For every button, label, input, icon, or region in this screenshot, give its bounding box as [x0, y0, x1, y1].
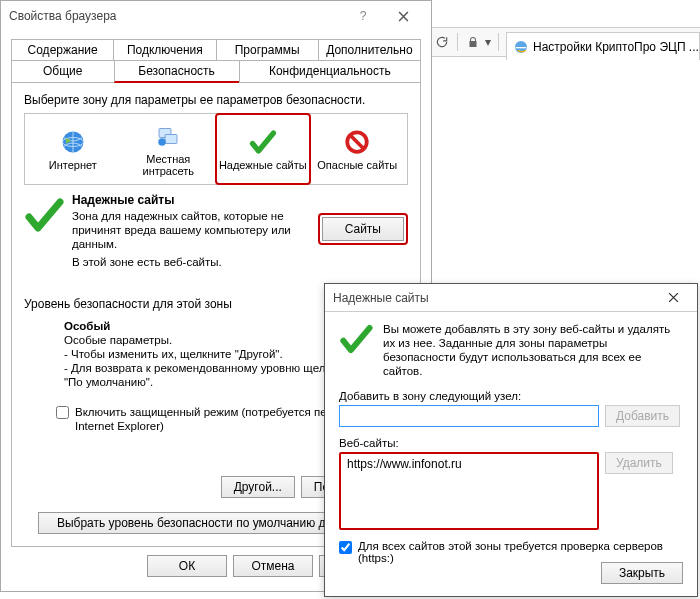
zone-label: Интернет — [49, 159, 97, 171]
zone-internet[interactable]: Интернет — [25, 114, 121, 184]
custom-level-button[interactable]: Другой... — [221, 476, 295, 498]
lock-icon — [465, 34, 481, 50]
check-icon — [24, 195, 64, 235]
refresh-icon[interactable] — [434, 34, 450, 50]
globe-icon — [58, 127, 88, 157]
svg-point-5 — [159, 138, 167, 146]
protected-mode-checkbox[interactable] — [56, 406, 69, 419]
tab-content[interactable]: Содержание — [11, 39, 114, 60]
tab-general[interactable]: Общие — [11, 60, 115, 83]
zone-description-2: В этой зоне есть веб-сайты. — [72, 255, 302, 269]
sites-button[interactable]: Сайты — [322, 217, 404, 241]
intranet-icon — [153, 121, 183, 151]
trusted-sites-dialog: Надежные сайты Вы можете добавлять в эту… — [324, 283, 698, 597]
security-level-sub2: - Чтобы изменить их, щелкните "Другой". — [64, 348, 283, 360]
cancel-button[interactable]: Отмена — [233, 555, 313, 577]
zone-label: Надежные сайты — [219, 159, 307, 171]
security-level-title: Особый — [64, 320, 110, 332]
ie-icon — [513, 39, 529, 55]
browser-tab-title: Настройки КриптоПро ЭЦП ... — [533, 40, 699, 54]
zone-restricted[interactable]: Опасные сайты — [310, 114, 406, 184]
zone-list: Интернет Местная интрасеть Надежные сайт… — [24, 113, 408, 185]
dialog-title: Свойства браузера — [9, 9, 343, 23]
zone-intranet[interactable]: Местная интрасеть — [121, 114, 217, 184]
https-required-label: Для всех сайтов этой зоны требуется пров… — [358, 540, 683, 564]
close-button[interactable]: Закрыть — [601, 562, 683, 584]
list-item[interactable]: https://www.infonot.ru — [347, 457, 591, 471]
tab-security[interactable]: Безопасность — [114, 60, 240, 83]
add-site-button[interactable]: Добавить — [605, 405, 680, 427]
close-icon[interactable] — [657, 286, 689, 310]
svg-rect-4 — [165, 135, 177, 144]
close-icon[interactable] — [383, 4, 423, 28]
sites-listbox[interactable]: https://www.infonot.ru — [339, 452, 599, 530]
add-site-label: Добавить в зону следующий узел: — [339, 390, 683, 402]
zone-description: Зона для надежных сайтов, которые не при… — [72, 209, 302, 251]
zone-trusted[interactable]: Надежные сайты — [215, 113, 311, 185]
zone-label: Местная интрасеть — [121, 153, 217, 177]
sites-list-label: Веб-сайты: — [339, 437, 683, 449]
ok-button[interactable]: ОК — [147, 555, 227, 577]
trusted-intro-text: Вы можете добавлять в эту зону веб-сайты… — [383, 322, 683, 378]
tab-connections[interactable]: Подключения — [113, 39, 216, 60]
svg-line-7 — [351, 135, 365, 149]
check-icon — [339, 322, 373, 356]
tab-advanced[interactable]: Дополнительно — [318, 39, 421, 60]
zone-title: Надежные сайты — [72, 193, 302, 207]
add-site-input[interactable] — [339, 405, 599, 427]
zone-instruction: Выберите зону для параметры ее параметро… — [24, 93, 408, 107]
check-icon — [248, 127, 278, 157]
security-level-sub1: Особые параметры. — [64, 334, 172, 346]
tab-privacy[interactable]: Конфиденциальность — [239, 60, 421, 83]
remove-site-button[interactable]: Удалить — [605, 452, 673, 474]
dropdown-icon[interactable]: ▾ — [485, 35, 491, 49]
security-level-sub3: - Для возврата к рекомендованному уровню… — [64, 362, 355, 388]
browser-tab[interactable]: Настройки КриптоПро ЭЦП ... — [506, 32, 700, 60]
tab-programs[interactable]: Программы — [216, 39, 319, 60]
prohibited-icon — [342, 127, 372, 157]
https-required-checkbox[interactable] — [339, 541, 352, 554]
help-icon[interactable]: ? — [343, 4, 383, 28]
trusted-dialog-title: Надежные сайты — [333, 291, 657, 305]
zone-label: Опасные сайты — [317, 159, 397, 171]
